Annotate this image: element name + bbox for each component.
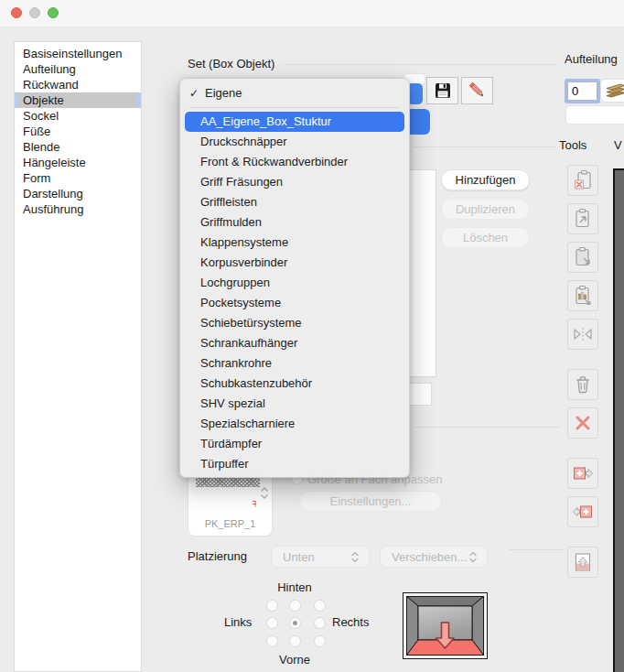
edit-set-button[interactable] (461, 77, 493, 104)
menu-item-schiebetuersysteme[interactable]: Schiebetürsysteme (185, 313, 404, 333)
orientation-radio-front-center[interactable] (289, 635, 301, 647)
platzierung-label: Platzierung (188, 549, 247, 563)
menu-item-eigene[interactable]: ✓ Eigene (185, 83, 404, 103)
position-select[interactable]: Unten (271, 546, 370, 568)
menu-item-shv-spezial[interactable]: SHV spezial (185, 394, 404, 414)
wood-planks-icon (605, 82, 624, 99)
stepper-icon[interactable] (259, 485, 270, 501)
sidebar-item-fuesse[interactable]: Füße (15, 124, 141, 139)
tool-delete-x-button[interactable] (567, 407, 598, 439)
menu-item-schubkastenzubehoer[interactable]: Schubkastenzubehör (185, 374, 404, 394)
add-object-button[interactable]: Hinzufügen (441, 169, 530, 190)
orientation-radio-middle-left[interactable] (266, 617, 278, 629)
tool-clipboard-remove-button[interactable] (567, 165, 598, 196)
menu-item-eigene-label: Eigene (205, 83, 242, 103)
orientation-label-links: Links (224, 615, 252, 629)
menu-item-griff-fraesungen[interactable]: Griff Fräsungen (185, 172, 404, 192)
menu-item-lochgruppen[interactable]: Lochgruppen (185, 273, 404, 293)
tool-insert-right-button[interactable] (567, 458, 598, 489)
minimize-button[interactable] (29, 7, 40, 18)
orientation-radio-back-left[interactable] (266, 600, 278, 612)
menu-item-klappensysteme[interactable]: Klappensysteme (185, 233, 404, 253)
clipboard-chart-icon (573, 285, 593, 307)
set-group-line (285, 64, 556, 65)
orientation-label-vorne: Vorne (279, 653, 310, 667)
separator-middle (414, 427, 560, 428)
orientation-radio-middle-right[interactable] (314, 617, 326, 629)
preview-label-partial: V (614, 138, 622, 152)
menu-item-schrankaufhaenger[interactable]: Schrankaufhänger (185, 333, 404, 353)
move-select[interactable]: Verschieben... (380, 546, 488, 568)
einstellungen-button[interactable]: Einstellungen... (299, 491, 442, 512)
aufteilung-count-input[interactable] (567, 81, 597, 101)
sidebar-item-darstellung[interactable]: Darstellung (15, 186, 141, 201)
checkmark-icon: ✓ (189, 83, 205, 103)
chevron-up-down-icon (350, 551, 360, 563)
titlebar (0, 0, 624, 27)
menu-item-tuerpuffer[interactable]: Türpuffer (185, 454, 404, 474)
insert-right-icon (572, 463, 594, 483)
menu-item-druckschnaepper[interactable]: Druckschnäpper (185, 132, 404, 152)
sidebar-item-blende[interactable]: Blende (15, 139, 141, 155)
clipboard-export-icon (573, 208, 593, 230)
orientation-radio-center[interactable] (289, 617, 301, 629)
menu-item-griffmulden[interactable]: Griffmulden (185, 212, 404, 233)
chevron-up-down-icon (468, 551, 478, 563)
sidebar-item-ausfuehrung[interactable]: Ausführung (15, 201, 141, 217)
insert-left-icon (572, 502, 594, 522)
tool-clipboard-export-button[interactable] (567, 203, 598, 234)
sidebar-item-aufteilung[interactable]: Aufteilung (15, 61, 141, 77)
settings-category-list: Basiseinstellungen Aufteilung Rückwand O… (14, 41, 142, 672)
clipboard-paste-icon (573, 246, 593, 268)
menu-item-spezialscharniere[interactable]: Türdämpfer (185, 434, 404, 454)
set-group-label: Set (Box Objekt) (188, 57, 274, 70)
sidebar-item-objekte[interactable]: Objekte (15, 92, 141, 108)
tool-clipboard-paste-button[interactable] (567, 242, 598, 273)
menu-item-korpusverbinder[interactable]: Korpusverbinder (185, 253, 404, 273)
orientation-radio-front-left[interactable] (266, 635, 278, 647)
menu-item-aa-eigene-box-stuktur[interactable]: AA_Eigene_Box_Stuktur (185, 112, 404, 132)
menu-item-schrankrohre[interactable]: Schrankrohre (185, 353, 404, 374)
orientation-label-hinten: Hinten (277, 580, 312, 594)
wood-planks-button[interactable] (600, 79, 624, 103)
zoom-window-button[interactable] (48, 7, 59, 18)
orientation-radio-back-center[interactable] (289, 600, 301, 612)
tool-clipboard-chart-button[interactable] (567, 280, 598, 311)
set-dropdown-menu: ✓ Eigene AA_Eigene_Box_Stuktur Druckschn… (179, 78, 410, 478)
orientation-radio-back-right[interactable] (314, 600, 326, 612)
close-button[interactable] (11, 7, 22, 18)
delete-object-button[interactable]: Löschen (441, 227, 530, 248)
tool-lift-bottom-button[interactable] (567, 547, 598, 578)
menu-item-pocketsysteme[interactable]: Pocketsysteme (185, 293, 404, 313)
sidebar-item-form[interactable]: Form (15, 170, 141, 186)
position-select-value: Unten (283, 550, 350, 564)
object-preview-card[interactable]: PK_ERP_1 (188, 469, 273, 537)
sidebar-item-rueckwand[interactable]: Rückwand (15, 77, 141, 92)
duplicate-object-button[interactable]: Duplizieren (441, 199, 530, 220)
object-mark-icon (252, 500, 257, 508)
box-placement-graphic (403, 592, 488, 659)
orientation-radio-front-right[interactable] (314, 635, 326, 647)
save-set-button[interactable] (426, 77, 458, 104)
separator-bottom (509, 549, 564, 550)
sidebar-item-basiseinstellungen[interactable]: Basiseinstellungen (15, 46, 141, 61)
aufteilung-empty-field[interactable] (565, 105, 624, 125)
sidebar-item-sockel[interactable]: Sockel (15, 108, 141, 124)
tool-insert-left-button[interactable] (567, 496, 598, 527)
pencil-icon (468, 81, 488, 101)
separator-top (414, 146, 556, 147)
menu-item-griffleisten[interactable]: Griffleisten (185, 192, 404, 212)
mirror-icon (572, 325, 594, 343)
lift-bottom-icon (573, 551, 593, 573)
menu-item-tuerdaempfer[interactable]: Spezialscharniere (185, 414, 404, 434)
app-window: Basiseinstellungen Aufteilung Rückwand O… (0, 0, 624, 672)
clipboard-remove-icon (573, 169, 593, 191)
delete-x-icon (573, 413, 593, 433)
menu-separator (189, 107, 400, 108)
tool-mirror-button[interactable] (567, 319, 598, 350)
aufteilung-label: Aufteilung (565, 52, 618, 66)
floppy-disk-icon (434, 81, 452, 100)
tool-trash-button[interactable] (567, 369, 598, 400)
sidebar-item-haengeleiste[interactable]: Hängeleiste (15, 155, 141, 170)
menu-item-front-rueckwandverbinder[interactable]: Front & Rückwandverbinder (185, 152, 404, 172)
